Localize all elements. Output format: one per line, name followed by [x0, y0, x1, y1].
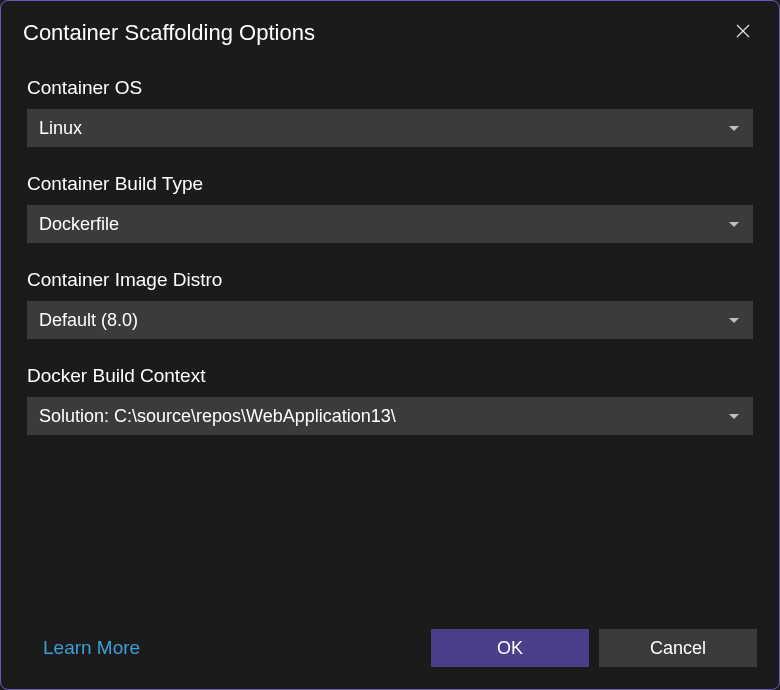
dropdown-value: Solution: C:\source\repos\WebApplication… — [39, 406, 396, 427]
label-image-distro: Container Image Distro — [27, 269, 753, 291]
dropdown-value: Linux — [39, 118, 82, 139]
chevron-down-icon — [729, 126, 739, 131]
close-button[interactable] — [729, 19, 757, 47]
ok-button[interactable]: OK — [431, 629, 589, 667]
chevron-down-icon — [729, 414, 739, 419]
field-container-os: Container OS Linux — [27, 77, 753, 147]
dialog-content: Container OS Linux Container Build Type … — [1, 61, 779, 435]
chevron-down-icon — [729, 222, 739, 227]
dropdown-value: Default (8.0) — [39, 310, 138, 331]
label-container-os: Container OS — [27, 77, 753, 99]
dialog-title: Container Scaffolding Options — [23, 20, 315, 46]
field-build-context: Docker Build Context Solution: C:\source… — [27, 365, 753, 435]
dropdown-container-os[interactable]: Linux — [27, 109, 753, 147]
learn-more-link[interactable]: Learn More — [43, 637, 140, 659]
dropdown-value: Dockerfile — [39, 214, 119, 235]
label-build-type: Container Build Type — [27, 173, 753, 195]
cancel-button[interactable]: Cancel — [599, 629, 757, 667]
chevron-down-icon — [729, 318, 739, 323]
field-build-type: Container Build Type Dockerfile — [27, 173, 753, 243]
dialog-footer: Learn More OK Cancel — [1, 629, 779, 667]
close-icon — [734, 22, 752, 44]
label-build-context: Docker Build Context — [27, 365, 753, 387]
dropdown-build-type[interactable]: Dockerfile — [27, 205, 753, 243]
button-row: OK Cancel — [431, 629, 757, 667]
dropdown-build-context[interactable]: Solution: C:\source\repos\WebApplication… — [27, 397, 753, 435]
field-image-distro: Container Image Distro Default (8.0) — [27, 269, 753, 339]
dropdown-image-distro[interactable]: Default (8.0) — [27, 301, 753, 339]
titlebar: Container Scaffolding Options — [1, 1, 779, 61]
